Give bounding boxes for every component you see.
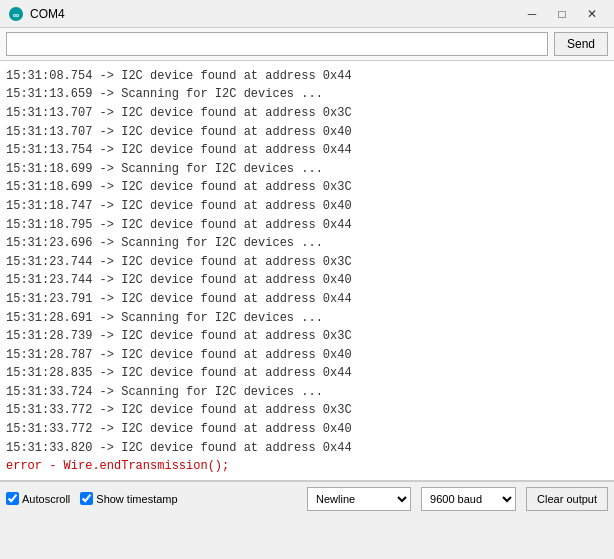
baud-dropdown[interactable]: 300 baud1200 baud2400 baud4800 baud9600 … — [421, 487, 516, 511]
output-line: 15:31:23.791 -> I2C device found at addr… — [6, 290, 608, 309]
window-controls: ─ □ ✕ — [518, 4, 606, 24]
output-line: 15:31:33.820 -> I2C device found at addr… — [6, 439, 608, 458]
output-line: 15:31:13.707 -> I2C device found at addr… — [6, 123, 608, 142]
arduino-icon: ∞ — [8, 6, 24, 22]
send-button[interactable]: Send — [554, 32, 608, 56]
show-timestamp-text: Show timestamp — [96, 493, 177, 505]
output-line: 15:31:28.835 -> I2C device found at addr… — [6, 364, 608, 383]
output-line: 15:31:13.707 -> I2C device found at addr… — [6, 104, 608, 123]
output-line: 15:31:23.696 -> Scanning for I2C devices… — [6, 234, 608, 253]
show-timestamp-label[interactable]: Show timestamp — [80, 492, 177, 505]
output-line: 15:31:18.699 -> I2C device found at addr… — [6, 178, 608, 197]
output-line: 15:31:28.739 -> I2C device found at addr… — [6, 327, 608, 346]
output-area[interactable]: 15:31:08.659 -> Scanning for I2C devices… — [0, 61, 614, 481]
bottom-bar: Autoscroll Show timestamp No line ending… — [0, 481, 614, 515]
maximize-button[interactable]: □ — [548, 4, 576, 24]
close-button[interactable]: ✕ — [578, 4, 606, 24]
autoscroll-label[interactable]: Autoscroll — [6, 492, 70, 505]
newline-dropdown[interactable]: No line endingNewlineCarriage returnBoth… — [307, 487, 411, 511]
output-line: 15:31:18.795 -> I2C device found at addr… — [6, 216, 608, 235]
output-line: 15:31:13.659 -> Scanning for I2C devices… — [6, 85, 608, 104]
clear-output-button[interactable]: Clear output — [526, 487, 608, 511]
output-line: 15:31:08.754 -> I2C device found at addr… — [6, 67, 608, 86]
output-line: 15:31:33.724 -> Scanning for I2C devices… — [6, 383, 608, 402]
output-line: 15:31:18.699 -> Scanning for I2C devices… — [6, 160, 608, 179]
autoscroll-text: Autoscroll — [22, 493, 70, 505]
output-line: 15:31:23.744 -> I2C device found at addr… — [6, 253, 608, 272]
toolbar: Send — [0, 28, 614, 61]
window-title: COM4 — [30, 7, 518, 21]
show-timestamp-checkbox[interactable] — [80, 492, 93, 505]
output-line: 15:31:28.787 -> I2C device found at addr… — [6, 346, 608, 365]
autoscroll-checkbox[interactable] — [6, 492, 19, 505]
message-input[interactable] — [6, 32, 548, 56]
output-line: 15:31:33.772 -> I2C device found at addr… — [6, 420, 608, 439]
output-line: 15:31:23.744 -> I2C device found at addr… — [6, 271, 608, 290]
minimize-button[interactable]: ─ — [518, 4, 546, 24]
output-line: 15:31:28.691 -> Scanning for I2C devices… — [6, 309, 608, 328]
output-line: 15:31:18.747 -> I2C device found at addr… — [6, 197, 608, 216]
output-line: 15:31:33.772 -> I2C device found at addr… — [6, 401, 608, 420]
title-bar: ∞ COM4 ─ □ ✕ — [0, 0, 614, 28]
output-line: 15:31:13.754 -> I2C device found at addr… — [6, 141, 608, 160]
error-output-line: error - Wire.endTransmission(); — [6, 457, 608, 476]
svg-text:∞: ∞ — [13, 10, 20, 20]
